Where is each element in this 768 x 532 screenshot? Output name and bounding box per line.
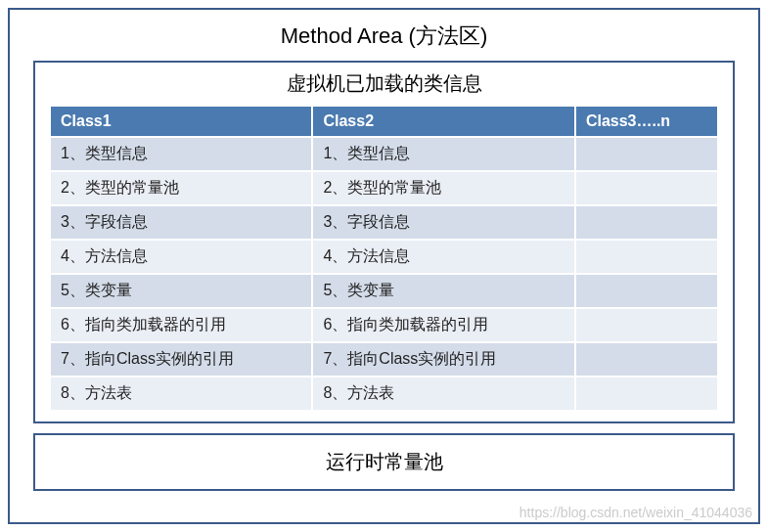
cell: 2、类型的常量池 [312,171,574,205]
table-row: 3、字段信息3、字段信息 [50,205,718,240]
cell [575,308,718,342]
table-header-row: Class1 Class2 Class3…..n [50,106,718,137]
cell: 1、类型信息 [50,137,312,171]
runtime-constant-pool-label: 运行时常量池 [326,451,443,472]
cell: 5、类变量 [50,274,312,308]
method-area-container: Method Area (方法区) 虚拟机已加载的类信息 Class1 Clas… [8,8,760,524]
table-row: 5、类变量5、类变量 [50,274,718,308]
section-subtitle: 虚拟机已加载的类信息 [49,70,719,97]
cell: 3、字段信息 [312,205,574,240]
cell: 8、方法表 [50,377,312,411]
cell: 7、指向Class实例的引用 [50,342,312,377]
cell: 4、方法信息 [50,240,312,274]
watermark-text: https://blog.csdn.net/weixin_41044036 [520,505,752,520]
cell: 2、类型的常量池 [50,171,312,205]
cell: 1、类型信息 [312,137,574,171]
cell [575,274,718,308]
table-row: 4、方法信息4、方法信息 [50,240,718,274]
table-row: 8、方法表8、方法表 [50,377,718,411]
cell [575,171,718,205]
cell: 6、指向类加载器的引用 [312,308,574,342]
cell: 4、方法信息 [312,240,574,274]
table-row: 2、类型的常量池2、类型的常量池 [50,171,718,205]
cell [575,205,718,240]
loaded-classes-box: 虚拟机已加载的类信息 Class1 Class2 Class3…..n 1、类型… [33,61,735,423]
cell [575,137,718,171]
col-class3n: Class3…..n [575,106,718,137]
class-info-table: Class1 Class2 Class3…..n 1、类型信息1、类型信息 2、… [49,105,719,412]
cell [575,342,718,377]
cell [575,240,718,274]
cell: 3、字段信息 [50,205,312,240]
cell: 8、方法表 [312,377,574,411]
cell: 7、指向Class实例的引用 [312,342,574,377]
table-row: 6、指向类加载器的引用6、指向类加载器的引用 [50,308,718,342]
page-title: Method Area (方法区) [10,18,758,61]
cell: 6、指向类加载器的引用 [50,308,312,342]
table-row: 1、类型信息1、类型信息 [50,137,718,171]
col-class1: Class1 [50,106,312,137]
col-class2: Class2 [312,106,574,137]
table-row: 7、指向Class实例的引用7、指向Class实例的引用 [50,342,718,377]
runtime-constant-pool-box: 运行时常量池 [33,433,735,491]
cell: 5、类变量 [312,274,574,308]
cell [575,377,718,411]
